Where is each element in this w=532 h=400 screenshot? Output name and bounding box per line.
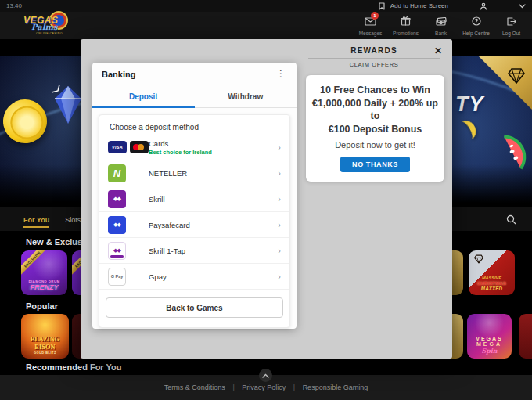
section-heading-popular: Popular xyxy=(26,301,58,311)
logo-subtitle: ONLINE CASINO xyxy=(36,32,63,35)
status-bar: 13:40 Add to Home Screen xyxy=(0,0,532,12)
best-choice-note: Best choice for Ireland xyxy=(149,149,212,156)
question-circle-icon xyxy=(472,15,481,29)
chevron-right-icon xyxy=(278,143,281,151)
method-row-neteller[interactable]: N NETELLER xyxy=(99,160,289,186)
chevron-up-icon xyxy=(262,373,269,378)
skrill-icon: ◆◆ xyxy=(108,190,126,208)
footer-separator: | xyxy=(232,384,234,391)
gift-icon xyxy=(401,15,411,29)
rewards-divider xyxy=(308,58,440,59)
banking-title: Banking xyxy=(102,70,135,79)
deposit-methods-title: Choose a deposit method xyxy=(99,115,289,135)
vegas-palms-logo[interactable]: VEGAS Palms ONLINE CASINO xyxy=(23,13,72,38)
screen: 13:40 Add to Home Screen VEGAS Palms ONL… xyxy=(0,0,532,400)
nav-help-centre[interactable]: Help Centre xyxy=(458,15,494,36)
bookmark-icon xyxy=(379,2,385,10)
offer-card: 10 Free Chances to Win €1,000,000 Daily … xyxy=(306,75,444,182)
game-tile-diamond-drum-frenzy[interactable]: EXCLUSIVE DIAMOND DRUM FRENZY xyxy=(21,250,67,295)
game-tile-vegas-mega-spin[interactable]: VEGAS MEGA Spin xyxy=(467,314,512,359)
banknotes-icon xyxy=(436,15,447,29)
chevron-right-icon xyxy=(278,169,281,177)
method-row-skrill[interactable]: ◆◆ Skrill xyxy=(99,186,289,212)
tab-withdraw[interactable]: Withdraw xyxy=(195,86,297,107)
banking-modal: Banking Deposit Withdraw Choose a deposi… xyxy=(92,63,297,329)
chevron-right-icon xyxy=(278,247,281,254)
offer-hint: Deposit now to get it! xyxy=(311,140,440,150)
footer-separator: | xyxy=(293,384,295,391)
footer: Terms & Conditions | Privacy Policy | Re… xyxy=(0,375,532,400)
deposit-methods-card: Choose a deposit method VISA Cards Best … xyxy=(99,114,290,328)
logo-word-palms: Palms xyxy=(31,23,58,31)
game-tile-massive-christmas-maxxed[interactable]: MASSIVE CHRISTMAS MAXXED xyxy=(469,250,515,295)
method-row-cards[interactable]: VISA Cards Best choice for Ireland xyxy=(99,135,289,160)
section-heading-recommended: Recommended For You xyxy=(26,362,121,372)
tab-for-you[interactable]: For You xyxy=(23,209,49,229)
nav-bank[interactable]: Bank xyxy=(423,15,458,36)
banking-tabs: Deposit Withdraw xyxy=(92,86,297,108)
game-tile-partial[interactable] xyxy=(519,314,532,359)
scroll-to-top-button[interactable] xyxy=(259,369,272,382)
offer-line-3: €100 Deposit Bonus xyxy=(311,123,440,136)
tab-slots[interactable]: Slots xyxy=(65,209,81,229)
messages-badge: 1 xyxy=(371,12,379,20)
gpay-icon: G Pay xyxy=(108,268,126,286)
neteller-icon: N xyxy=(108,164,126,182)
exclusive-ribbon: EXCLUSIVE xyxy=(21,250,52,279)
header-nav: 1 Messages Promotions Bank Hel xyxy=(353,15,529,36)
claim-offers-label[interactable]: CLAIM OFFERS xyxy=(296,61,452,68)
tab-deposit[interactable]: Deposit xyxy=(92,86,195,107)
offer-line-1: 10 Free Chances to Win xyxy=(311,84,440,97)
hero-title-fragment: TY xyxy=(455,92,484,117)
method-row-gpay[interactable]: G Pay Gpay xyxy=(99,264,289,290)
chevron-right-icon xyxy=(278,272,281,280)
logout-icon xyxy=(506,15,516,29)
user-icon[interactable] xyxy=(480,2,487,10)
visa-icon: VISA xyxy=(108,141,127,153)
game-tile-blazing-bison[interactable]: BLAZING BISON GOLD BLITZ xyxy=(21,314,69,359)
paysafecard-icon: ◆◆ xyxy=(108,216,126,234)
clock: 13:40 xyxy=(6,2,22,9)
active-tab-underline xyxy=(92,106,195,108)
nav-log-out[interactable]: Log Out xyxy=(494,15,529,36)
nav-promotions[interactable]: Promotions xyxy=(388,15,423,36)
link-responsible-gaming[interactable]: Responsible Gaming xyxy=(303,384,368,391)
header: VEGAS Palms ONLINE CASINO 1 Messages Pro… xyxy=(0,12,532,39)
overlay-sheet: Banking Deposit Withdraw Choose a deposi… xyxy=(81,39,452,359)
rewards-title: REWARDS xyxy=(296,46,452,55)
offer-line-2: €1,000,000 Daily + 200% up to xyxy=(311,97,440,123)
rewards-panel: REWARDS CLAIM OFFERS 10 Free Chances to … xyxy=(296,39,452,359)
back-to-games-button[interactable]: Back to Games xyxy=(106,297,283,318)
gem-outline-icon xyxy=(507,67,526,85)
link-terms[interactable]: Terms & Conditions xyxy=(164,384,225,391)
gem-outline-icon xyxy=(473,254,484,264)
close-icon[interactable] xyxy=(431,44,445,58)
search-icon[interactable] xyxy=(506,214,516,228)
method-row-paysafecard[interactable]: ◆◆ Paysafecard xyxy=(99,212,289,238)
skrill-1-tap-icon: ◆◆ xyxy=(108,242,126,260)
add-to-home-screen[interactable]: Add to Home Screen xyxy=(390,2,448,9)
link-privacy[interactable]: Privacy Policy xyxy=(242,384,286,391)
no-thanks-button[interactable]: NO THANKS xyxy=(340,157,410,172)
method-row-skrill-1-tap[interactable]: ◆◆ Skrill 1-Tap xyxy=(99,238,289,264)
envelope-icon: 1 xyxy=(365,15,376,29)
kebab-menu-icon[interactable] xyxy=(273,68,289,79)
chevron-down-icon[interactable] xyxy=(519,4,526,9)
chevron-right-icon xyxy=(278,195,281,203)
chevron-right-icon xyxy=(278,221,281,229)
mastercard-icon xyxy=(130,141,149,153)
nav-messages[interactable]: 1 Messages xyxy=(353,15,388,36)
